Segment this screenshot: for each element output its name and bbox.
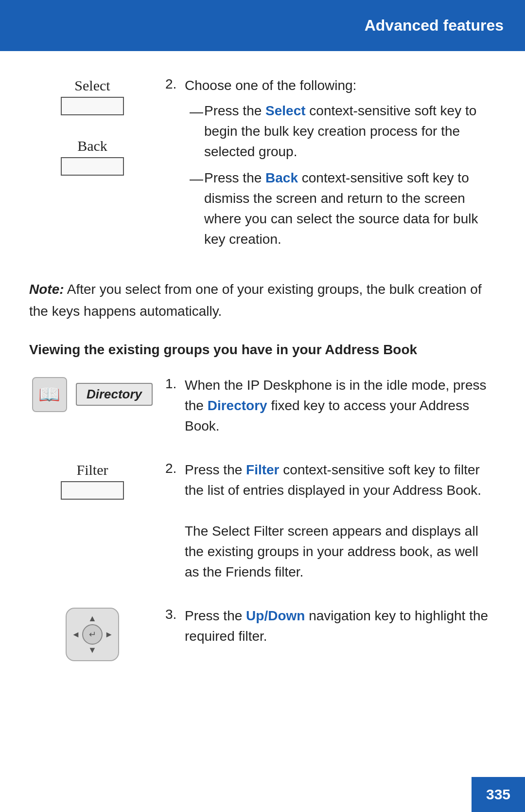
- page-footer: 335: [472, 777, 525, 812]
- step-directory-row: 📖 Directory 1. When the IP Deskphone is …: [29, 375, 496, 442]
- back-keyword: Back: [265, 170, 298, 185]
- book-glyph: 📖: [38, 384, 60, 405]
- header-bar: Advanced features: [0, 0, 525, 51]
- bullet-back-text: Press the Back context-sensitive soft ke…: [204, 168, 496, 250]
- dash1: —: [190, 101, 204, 122]
- step2-filter-extra: The Select Filter screen appears and dis…: [185, 523, 478, 579]
- step3-text-col: 3. Press the Up/Down navigation key to h…: [156, 606, 496, 652]
- note-block: Note: After you select from one of your …: [29, 279, 496, 323]
- step1-content: When the IP Deskphone is in the idle mod…: [185, 375, 496, 436]
- step-nav-row: ▲ ▼ ◄ ► ↵ 3. Press the Up/Down navigatio…: [29, 606, 496, 661]
- main-content: Select Back 2. Choose one of the followi…: [0, 51, 525, 708]
- page-number: 335: [486, 786, 510, 803]
- softkey-group: Select Back: [61, 77, 124, 184]
- directory-keyword: Directory: [208, 398, 267, 413]
- step3-content: Press the Up/Down navigation key to high…: [185, 606, 496, 647]
- directory-row: 📖 Directory: [32, 377, 153, 412]
- step1-list: 1. When the IP Deskphone is in the idle …: [165, 375, 496, 436]
- select-box: [61, 97, 124, 115]
- book-icon: 📖: [32, 377, 67, 412]
- directory-icons-col: 📖 Directory: [29, 375, 156, 412]
- step2-filter-pre: Press the: [185, 462, 246, 477]
- step2-item: 2. Choose one of the following: — Press …: [165, 75, 496, 255]
- press-text-1: Press the: [204, 103, 265, 118]
- nav-right-arrow: ►: [105, 629, 113, 639]
- step2-intro: Choose one of the following:: [185, 78, 356, 93]
- step3-list: 3. Press the Up/Down navigation key to h…: [165, 606, 496, 647]
- directory-key-label: Directory: [87, 387, 142, 401]
- step1-text-col: 1. When the IP Deskphone is in the idle …: [156, 375, 496, 442]
- step3-item: 3. Press the Up/Down navigation key to h…: [165, 606, 496, 647]
- filter-softkey-box: [61, 481, 124, 500]
- bullet-list: — Press the Select context-sensitive sof…: [185, 101, 496, 250]
- step2-list: 2. Choose one of the following: — Press …: [165, 75, 496, 255]
- step2-content: Choose one of the following: — Press the…: [185, 75, 496, 255]
- step2-filter-text-col: 2. Press the Filter context-sensitive so…: [156, 460, 496, 588]
- step2-filter-list: 2. Press the Filter context-sensitive so…: [165, 460, 496, 582]
- note-bold: Note:: [29, 282, 64, 297]
- step2-filter-item: 2. Press the Filter context-sensitive so…: [165, 460, 496, 582]
- step3-pre: Press the: [185, 608, 246, 623]
- step1-num: 1.: [165, 375, 185, 392]
- softkey-left-col: Select Back: [29, 75, 156, 184]
- nav-enter-icon: ↵: [89, 629, 96, 640]
- page-title: Advanced features: [365, 17, 504, 35]
- directory-key-button: Directory: [76, 383, 153, 406]
- back-label: Back: [61, 138, 124, 154]
- nav-up-arrow: ▲: [88, 614, 97, 624]
- select-label: Select: [61, 77, 124, 94]
- step2-row: Select Back 2. Choose one of the followi…: [29, 75, 496, 261]
- step-filter-row: Filter 2. Press the Filter context-sensi…: [29, 460, 496, 588]
- press-text-2: Press the: [204, 170, 265, 185]
- step3-num: 3.: [165, 606, 185, 622]
- nav-center-button: ↵: [82, 624, 103, 645]
- back-box: [61, 157, 124, 176]
- dash2: —: [190, 168, 204, 189]
- select-keyword: Select: [265, 103, 306, 118]
- step2-filter-content: Press the Filter context-sensitive soft …: [185, 460, 496, 582]
- step1-item: 1. When the IP Deskphone is in the idle …: [165, 375, 496, 436]
- nav-down-arrow: ▼: [88, 645, 97, 655]
- bullet-back: — Press the Back context-sensitive soft …: [185, 168, 496, 250]
- filter-softkey-col: Filter: [29, 460, 156, 508]
- filter-softkey-label: Filter: [77, 462, 108, 478]
- note-text: After you select from one of your existi…: [29, 282, 482, 319]
- step2-filter-num: 2.: [165, 460, 185, 476]
- step2-text-col: 2. Choose one of the following: — Press …: [156, 75, 496, 261]
- filter-keyword: Filter: [246, 462, 279, 477]
- bullet-select-text: Press the Select context-sensitive soft …: [204, 101, 496, 162]
- nav-key: ▲ ▼ ◄ ► ↵: [66, 608, 119, 661]
- nav-key-col: ▲ ▼ ◄ ► ↵: [29, 606, 156, 661]
- updown-keyword: Up/Down: [246, 608, 305, 623]
- bullet-select: — Press the Select context-sensitive sof…: [185, 101, 496, 162]
- nav-left-arrow: ◄: [71, 629, 80, 639]
- section-heading: Viewing the existing groups you have in …: [29, 342, 496, 358]
- step2-num: 2.: [165, 75, 185, 92]
